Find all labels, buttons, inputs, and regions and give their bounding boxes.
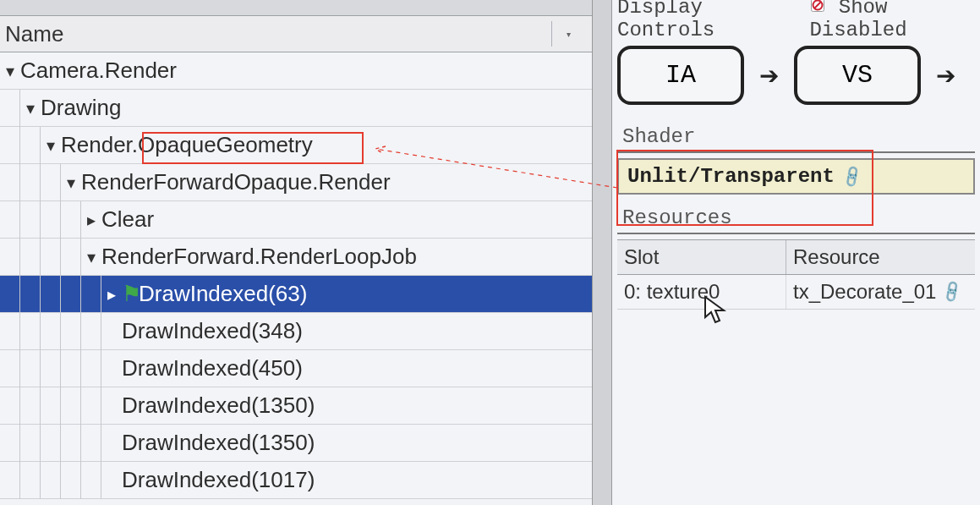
flag-icon: ⚑	[122, 281, 139, 307]
tree-row-label: RenderForwardOpaque.Render	[81, 169, 391, 195]
tree-row-label: Drawing	[41, 95, 121, 121]
pipeline-stage-vs[interactable]: VS	[794, 46, 921, 105]
tree-row[interactable]: ▾Render.OpaqueGeometry	[0, 127, 592, 164]
tree-row[interactable]: ▾RenderForward.RenderLoopJob	[0, 239, 592, 276]
tree-row-label: DrawIndexed(1350)	[122, 392, 315, 419]
tree-row-label: DrawIndexed(1017)	[122, 467, 315, 493]
indent-guides	[0, 462, 101, 499]
tree-row-label: DrawIndexed(450)	[122, 355, 303, 381]
inspector-panel: Display Controls Show Disabled IA ➔ VS ➔…	[612, 0, 980, 505]
chevron-down-icon[interactable]: ▾	[20, 98, 41, 118]
tree-row[interactable]: DrawIndexed(1350)	[0, 425, 592, 462]
pipeline-stage-ia[interactable]: IA	[617, 46, 744, 105]
resource-name-cell: tx_Decorate_01 🔗	[786, 275, 975, 309]
indent-guides	[0, 313, 101, 350]
chevron-down-icon[interactable]: ▾	[0, 61, 20, 81]
tree-row-label: Render.OpaqueGeometry	[61, 132, 313, 158]
resource-row[interactable]: 0: texture0tx_Decorate_01 🔗	[617, 275, 975, 310]
tree-column-name-label: Name	[0, 21, 63, 47]
tree-row-label: Camera.Render	[20, 58, 177, 84]
chevron-down-icon[interactable]: ▾	[61, 173, 81, 193]
pipeline-stage-row: IA ➔ VS ➔	[617, 37, 975, 113]
forbidden-icon	[809, 0, 826, 14]
link-icon[interactable]: 🔗	[840, 163, 866, 189]
tree-column-header[interactable]: Name ▾	[0, 15, 592, 52]
tree-row[interactable]: ▸Clear	[0, 201, 592, 239]
chevron-down-icon[interactable]: ▾	[81, 247, 101, 267]
indent-guides	[0, 164, 61, 201]
indent-spacer	[101, 433, 122, 453]
tree-row-label: DrawIndexed(348)	[122, 318, 303, 344]
indent-guides	[0, 276, 101, 313]
tree-row[interactable]: ▸⚑DrawIndexed(63)	[0, 276, 592, 313]
display-controls-link[interactable]: Display Controls	[617, 0, 789, 41]
indent-guides	[0, 127, 41, 164]
panel-splitter[interactable]	[592, 0, 612, 505]
tree-row-label: RenderForward.RenderLoopJob	[101, 244, 417, 270]
indent-spacer	[101, 321, 122, 341]
tree-row[interactable]: ▾Drawing	[0, 90, 592, 127]
inspector-breadcrumb: Display Controls Show Disabled	[617, 0, 975, 37]
indent-spacer	[101, 359, 122, 378]
tree-row-label: DrawIndexed(63)	[139, 281, 307, 307]
tree-row[interactable]: ▾RenderForwardOpaque.Render	[0, 164, 592, 201]
indent-guides	[0, 239, 81, 276]
sort-indicator-icon[interactable]: ▾	[551, 21, 585, 47]
indent-guides	[0, 201, 81, 239]
resources-col-resource[interactable]: Resource	[786, 240, 975, 274]
resource-slot-cell: 0: texture0	[617, 275, 786, 309]
arrow-right-icon: ➔	[936, 62, 955, 90]
resources-col-slot[interactable]: Slot	[617, 240, 786, 274]
event-tree-panel: Name ▾ ▾Camera.Render▾Drawing▾Render.Opa…	[0, 0, 592, 505]
indent-guides	[0, 90, 20, 127]
indent-guides	[0, 387, 101, 425]
chevron-down-icon[interactable]: ▾	[41, 135, 61, 156]
indent-guides	[0, 425, 101, 462]
toolbar-strip	[0, 0, 592, 15]
resources-header-row: Slot Resource	[617, 239, 975, 275]
show-disabled-link[interactable]: Show Disabled	[809, 0, 975, 41]
resources-section-label: Resources	[617, 203, 975, 234]
tree-row[interactable]: ▾Camera.Render	[0, 52, 592, 90]
link-icon[interactable]: 🔗	[939, 279, 966, 305]
shader-section-label: Shader	[617, 122, 975, 153]
indent-guides	[0, 350, 101, 387]
tree-row[interactable]: DrawIndexed(348)	[0, 313, 592, 350]
tree-row[interactable]: DrawIndexed(1350)	[0, 387, 592, 425]
chevron-right-icon[interactable]: ▸	[101, 284, 122, 305]
tree-row[interactable]: DrawIndexed(450)	[0, 350, 592, 387]
tree-row-label: Clear	[101, 206, 154, 233]
shader-name: Unlit/Transparent	[627, 165, 835, 188]
shader-value-box[interactable]: Unlit/Transparent 🔗	[617, 158, 975, 195]
arrow-right-icon: ➔	[759, 62, 779, 90]
event-tree[interactable]: ▾Camera.Render▾Drawing▾Render.OpaqueGeom…	[0, 52, 592, 505]
indent-spacer	[101, 396, 122, 415]
resources-rows: 0: texture0tx_Decorate_01 🔗	[617, 275, 975, 310]
tree-row[interactable]: DrawIndexed(1017)	[0, 462, 592, 499]
tree-row-label: DrawIndexed(1350)	[122, 430, 315, 456]
chevron-right-icon[interactable]: ▸	[81, 210, 101, 230]
indent-spacer	[101, 470, 122, 490]
